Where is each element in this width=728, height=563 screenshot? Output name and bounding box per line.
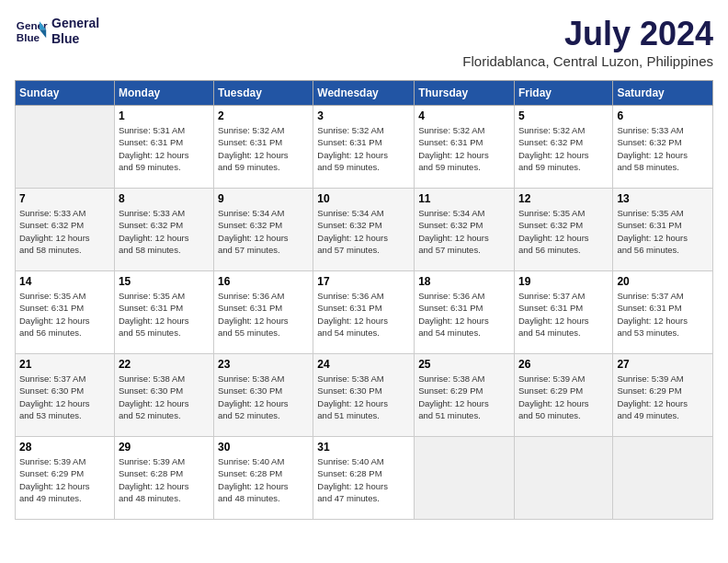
calendar-cell: 30Sunrise: 5:40 AM Sunset: 6:28 PM Dayli… (214, 437, 313, 520)
day-number: 2 (218, 109, 309, 122)
calendar-cell: 2Sunrise: 5:32 AM Sunset: 6:31 PM Daylig… (214, 106, 313, 189)
month-title: July 2024 (462, 15, 713, 53)
day-number: 6 (617, 109, 709, 122)
calendar-cell: 22Sunrise: 5:38 AM Sunset: 6:30 PM Dayli… (114, 354, 213, 437)
header-day-saturday: Saturday (613, 81, 713, 106)
day-info: Sunrise: 5:33 AM Sunset: 6:32 PM Dayligh… (19, 207, 110, 256)
day-number: 26 (518, 358, 609, 371)
day-number: 7 (19, 192, 110, 205)
day-number: 4 (418, 109, 510, 122)
day-info: Sunrise: 5:40 AM Sunset: 6:28 PM Dayligh… (218, 455, 309, 504)
calendar-table: SundayMondayTuesdayWednesdayThursdayFrid… (15, 80, 713, 520)
day-number: 11 (418, 192, 510, 205)
calendar-cell: 15Sunrise: 5:35 AM Sunset: 6:31 PM Dayli… (114, 271, 213, 354)
day-info: Sunrise: 5:39 AM Sunset: 6:29 PM Dayligh… (518, 373, 609, 421)
week-row-5: 28Sunrise: 5:39 AM Sunset: 6:29 PM Dayli… (16, 437, 713, 520)
header-day-thursday: Thursday (415, 81, 515, 106)
calendar-cell: 13Sunrise: 5:35 AM Sunset: 6:31 PM Dayli… (613, 189, 713, 271)
day-info: Sunrise: 5:35 AM Sunset: 6:32 PM Dayligh… (518, 207, 609, 256)
calendar-cell: 1Sunrise: 5:31 AM Sunset: 6:31 PM Daylig… (114, 106, 213, 189)
calendar-body: 1Sunrise: 5:31 AM Sunset: 6:31 PM Daylig… (16, 106, 713, 520)
day-info: Sunrise: 5:33 AM Sunset: 6:32 PM Dayligh… (617, 124, 709, 173)
calendar-cell: 3Sunrise: 5:32 AM Sunset: 6:31 PM Daylig… (313, 106, 415, 189)
day-number: 17 (317, 275, 410, 288)
calendar-cell: 31Sunrise: 5:40 AM Sunset: 6:28 PM Dayli… (313, 437, 415, 520)
calendar-cell: 9Sunrise: 5:34 AM Sunset: 6:32 PM Daylig… (214, 189, 313, 271)
day-number: 10 (317, 192, 410, 205)
day-number: 13 (617, 192, 709, 205)
day-info: Sunrise: 5:38 AM Sunset: 6:30 PM Dayligh… (119, 373, 210, 421)
calendar-cell: 12Sunrise: 5:35 AM Sunset: 6:32 PM Dayli… (514, 189, 612, 271)
calendar-cell: 23Sunrise: 5:38 AM Sunset: 6:30 PM Dayli… (214, 354, 313, 437)
day-number: 27 (617, 358, 709, 371)
day-number: 14 (19, 275, 110, 288)
calendar-cell: 28Sunrise: 5:39 AM Sunset: 6:29 PM Dayli… (16, 437, 115, 520)
day-number: 28 (19, 441, 110, 454)
week-row-2: 7Sunrise: 5:33 AM Sunset: 6:32 PM Daylig… (16, 189, 713, 271)
calendar-cell: 27Sunrise: 5:39 AM Sunset: 6:29 PM Dayli… (613, 354, 713, 437)
day-info: Sunrise: 5:31 AM Sunset: 6:31 PM Dayligh… (119, 124, 210, 173)
day-info: Sunrise: 5:32 AM Sunset: 6:32 PM Dayligh… (518, 124, 609, 173)
calendar-cell: 18Sunrise: 5:36 AM Sunset: 6:31 PM Dayli… (415, 271, 515, 354)
day-info: Sunrise: 5:36 AM Sunset: 6:31 PM Dayligh… (218, 290, 309, 339)
calendar-cell (613, 437, 713, 520)
calendar-cell: 5Sunrise: 5:32 AM Sunset: 6:32 PM Daylig… (514, 106, 612, 189)
day-number: 22 (119, 358, 210, 371)
calendar-cell: 14Sunrise: 5:35 AM Sunset: 6:31 PM Dayli… (16, 271, 115, 354)
day-number: 19 (518, 275, 609, 288)
day-info: Sunrise: 5:34 AM Sunset: 6:32 PM Dayligh… (317, 207, 410, 256)
day-info: Sunrise: 5:39 AM Sunset: 6:29 PM Dayligh… (19, 455, 110, 504)
day-info: Sunrise: 5:32 AM Sunset: 6:31 PM Dayligh… (218, 124, 309, 173)
day-info: Sunrise: 5:38 AM Sunset: 6:29 PM Dayligh… (418, 373, 510, 421)
day-number: 12 (518, 192, 609, 205)
calendar-cell: 7Sunrise: 5:33 AM Sunset: 6:32 PM Daylig… (16, 189, 115, 271)
calendar-header: SundayMondayTuesdayWednesdayThursdayFrid… (16, 81, 713, 106)
calendar-cell: 20Sunrise: 5:37 AM Sunset: 6:31 PM Dayli… (613, 271, 713, 354)
day-number: 18 (418, 275, 510, 288)
location-subtitle: Floridablanca, Central Luzon, Philippine… (462, 53, 713, 69)
header-day-friday: Friday (514, 81, 612, 106)
day-number: 20 (617, 275, 709, 288)
logo: General Blue General Blue (15, 15, 99, 48)
week-row-1: 1Sunrise: 5:31 AM Sunset: 6:31 PM Daylig… (16, 106, 713, 189)
calendar-cell: 4Sunrise: 5:32 AM Sunset: 6:31 PM Daylig… (415, 106, 515, 189)
title-block: July 2024 Floridablanca, Central Luzon, … (462, 15, 713, 69)
svg-text:Blue: Blue (17, 31, 40, 43)
day-info: Sunrise: 5:36 AM Sunset: 6:31 PM Dayligh… (317, 290, 410, 339)
svg-marker-3 (40, 29, 46, 38)
day-number: 8 (119, 192, 210, 205)
page-header: General Blue General Blue July 2024 Flor… (15, 15, 713, 69)
day-info: Sunrise: 5:37 AM Sunset: 6:31 PM Dayligh… (617, 290, 709, 339)
day-info: Sunrise: 5:34 AM Sunset: 6:32 PM Dayligh… (218, 207, 309, 256)
calendar-cell: 25Sunrise: 5:38 AM Sunset: 6:29 PM Dayli… (415, 354, 515, 437)
day-number: 24 (317, 358, 410, 371)
day-info: Sunrise: 5:32 AM Sunset: 6:31 PM Dayligh… (418, 124, 510, 173)
day-number: 15 (119, 275, 210, 288)
day-number: 30 (218, 441, 309, 454)
logo-text-line2: Blue (51, 31, 99, 47)
week-row-3: 14Sunrise: 5:35 AM Sunset: 6:31 PM Dayli… (16, 271, 713, 354)
calendar-cell (16, 106, 115, 189)
calendar-cell: 10Sunrise: 5:34 AM Sunset: 6:32 PM Dayli… (313, 189, 415, 271)
day-info: Sunrise: 5:39 AM Sunset: 6:28 PM Dayligh… (119, 455, 210, 504)
day-info: Sunrise: 5:38 AM Sunset: 6:30 PM Dayligh… (218, 373, 309, 421)
calendar-cell: 21Sunrise: 5:37 AM Sunset: 6:30 PM Dayli… (16, 354, 115, 437)
header-day-wednesday: Wednesday (313, 81, 415, 106)
day-number: 9 (218, 192, 309, 205)
day-info: Sunrise: 5:35 AM Sunset: 6:31 PM Dayligh… (617, 207, 709, 256)
header-row: SundayMondayTuesdayWednesdayThursdayFrid… (16, 81, 713, 106)
calendar-cell: 29Sunrise: 5:39 AM Sunset: 6:28 PM Dayli… (114, 437, 213, 520)
calendar-cell (415, 437, 515, 520)
calendar-cell: 24Sunrise: 5:38 AM Sunset: 6:30 PM Dayli… (313, 354, 415, 437)
calendar-cell: 8Sunrise: 5:33 AM Sunset: 6:32 PM Daylig… (114, 189, 213, 271)
header-day-tuesday: Tuesday (214, 81, 313, 106)
calendar-cell: 16Sunrise: 5:36 AM Sunset: 6:31 PM Dayli… (214, 271, 313, 354)
calendar-cell: 11Sunrise: 5:34 AM Sunset: 6:32 PM Dayli… (415, 189, 515, 271)
calendar-cell (514, 437, 612, 520)
calendar-cell: 17Sunrise: 5:36 AM Sunset: 6:31 PM Dayli… (313, 271, 415, 354)
day-number: 1 (119, 109, 210, 122)
header-day-sunday: Sunday (16, 81, 115, 106)
day-info: Sunrise: 5:36 AM Sunset: 6:31 PM Dayligh… (418, 290, 510, 339)
day-info: Sunrise: 5:38 AM Sunset: 6:30 PM Dayligh… (317, 373, 410, 421)
calendar-cell: 26Sunrise: 5:39 AM Sunset: 6:29 PM Dayli… (514, 354, 612, 437)
